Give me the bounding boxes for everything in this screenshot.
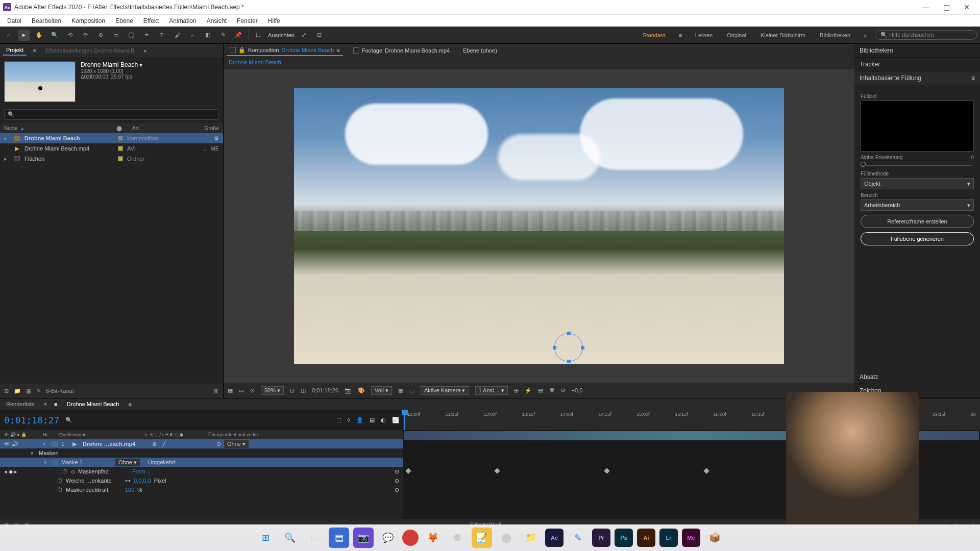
taskbar-app[interactable]: ✎ [568,528,588,548]
stopwatch-icon[interactable]: ⏱ [57,487,63,493]
tab-effekteinstellungen[interactable]: Effekteinstellungen Drohne Miami B [42,46,138,55]
comp-settings-icon[interactable]: ⚙ [214,135,219,142]
mask-vertex[interactable] [553,346,556,349]
generate-fill-button[interactable]: Füllebene generieren [861,232,974,245]
col-name[interactable]: Name [4,126,18,131]
keyframe[interactable] [604,468,609,473]
draft3d-icon[interactable]: ◊ [348,417,350,423]
taskbar-app[interactable]: ⚉ [447,528,468,548]
project-item-folder[interactable]: ▸ Flächen Ordner [0,154,223,164]
opacity-value[interactable]: 100 [125,487,134,493]
current-time[interactable]: 0;01;18;26 [312,387,338,393]
anchor-tool[interactable]: ⊕ [95,30,106,41]
timeline-search[interactable]: 🔍 [65,417,72,423]
project-search[interactable]: 🔍 [4,109,219,120]
obs-icon[interactable]: ⬤ [496,528,517,548]
home-icon[interactable]: ⌂ [3,30,14,41]
stopwatch-icon[interactable]: ⏱ [57,478,63,484]
timeline-icon[interactable]: ▤ [538,387,543,394]
fast-preview-icon[interactable]: ⚡ [525,387,532,394]
toggle-mask-icon[interactable]: ⊙ [250,387,255,394]
project-item-footage[interactable]: ▶ Drohne Miami Beach.mp4 AVI … ME [0,143,223,154]
menu-fenster[interactable]: Fenster [232,16,263,26]
tab-projekt[interactable]: Projekt [3,45,27,56]
mask-path-row[interactable]: ◂ ◆ ▸ ⏱ ◇ Maskenpfad Form… ⊙ [0,467,403,476]
brush-tool[interactable]: 🖌 [172,30,183,41]
panel-content-aware-fill[interactable]: Inhaltsbasierte Füllung ≡ [854,71,980,85]
adjust-icon[interactable]: ✎ [36,388,41,394]
frame-blend-icon[interactable]: ▤ [370,417,375,423]
color-mgmt-icon[interactable]: 🎨 [358,387,365,394]
mask-path-value[interactable]: Form… [132,468,151,474]
stopwatch-icon[interactable]: ⏱ [62,468,68,474]
firefox-icon[interactable]: 🦊 [423,528,443,548]
zoom-tool[interactable]: 🔍 [49,30,60,41]
maximize-button[interactable]: ▢ [936,0,957,14]
motion-blur-icon[interactable]: ◐ [381,417,386,423]
expression-pickwhip-icon[interactable]: ⊙ [395,468,399,475]
photoshop-icon[interactable]: Ps [615,529,633,547]
masks-group[interactable]: ▾ Masken [0,448,403,458]
mask-opacity-row[interactable]: ⏱ Maskendeckkraft 100% ⊙ [0,485,403,494]
sort-icon[interactable]: ▲ [20,126,25,131]
trash-icon[interactable]: 🗑 [213,388,219,394]
twirl-icon[interactable]: ▾ [43,441,48,447]
views-dropdown[interactable]: 1 Ansi… ▾ [475,386,508,395]
panel-menu-icon[interactable]: ≡ [971,74,975,82]
mask-vertex[interactable] [567,332,571,335]
menu-hilfe[interactable]: Hilfe [263,16,285,26]
mask-shape[interactable] [554,333,583,362]
project-item-comp[interactable]: ▸ Drohne Miami Beach Komposition ⚙ [0,133,223,143]
search-button[interactable]: 🔍 [280,528,300,548]
resolution-dropdown[interactable]: Voll ▾ [371,386,392,395]
taskbar-app[interactable]: 📦 [704,528,725,548]
twirl-icon[interactable]: ▸ [4,135,9,142]
parent-dropdown[interactable]: Ohne ▾ [224,440,249,448]
close-tab-icon[interactable] [353,47,359,54]
menu-komposition[interactable]: Komposition [66,16,110,26]
bit-depth[interactable]: 8-Bit-Kanal [46,388,74,394]
close-button[interactable]: ✕ [957,0,977,14]
workspace-lernen[interactable]: Lernen [690,31,718,40]
tab-layer[interactable]: Ebene (ohne) [460,46,500,55]
toggle-channel-icon[interactable]: ▭ [239,387,244,394]
menu-ansicht[interactable]: Ansicht [202,16,232,26]
toggle-alpha-icon[interactable]: ▦ [228,387,233,394]
keyframe-nav-icon[interactable]: ◇ [71,468,75,475]
invert-label[interactable]: Umgekehrt [148,459,176,465]
media-encoder-icon[interactable]: Me [682,529,700,547]
menu-datei[interactable]: Datei [2,16,27,26]
interpret-icon[interactable]: ⊞ [4,388,9,394]
mask-feather-row[interactable]: ⏱ Weiche …enkante ⊶ 0,0,0,0 Pixel ⊙ [0,476,403,485]
twirl-icon[interactable]: ▾ [31,450,36,457]
panel-absatz[interactable]: Absatz [854,370,980,384]
snap2-icon[interactable]: ⊡ [314,30,325,41]
puppet-tool[interactable]: 📌 [233,30,244,41]
premiere-icon[interactable]: Pr [592,529,610,547]
layer-row[interactable]: 👁 🔊 ▾ 1 ▶ Drohne …each.mp4 ⊕ ╱ ⊙ Ohne ▾ [0,439,403,448]
minimize-button[interactable]: — [916,0,936,14]
tab-footage[interactable]: Footage Drohne Miami Beach.mp4 [350,46,453,55]
expression-pickwhip-icon[interactable]: ⊙ [395,478,399,484]
expression-pickwhip-icon[interactable]: ⊙ [395,487,399,493]
lock-icon[interactable]: 🔒 [238,47,246,54]
workspace-menu-icon[interactable]: ≡ [675,30,686,41]
pickwhip-icon[interactable]: ⊙ [216,441,221,447]
transparency-icon[interactable]: ▦ [398,387,403,394]
col-tag-icon[interactable]: ⬤ [116,126,122,131]
whatsapp-icon[interactable]: 💬 [378,528,398,548]
mask-mode-dropdown[interactable]: Ohne ▾ [115,459,140,466]
comp-thumbnail[interactable] [4,61,76,102]
camera-dropdown[interactable]: Aktive Kamera ▾ [421,386,469,395]
tab-renderlist[interactable]: Renderliste [4,400,37,408]
taskbar-app[interactable]: ▤ [329,528,349,548]
orbit-tool[interactable]: ⟲ [64,30,76,41]
mask-row[interactable]: ▾ Maske 1 Ohne ▾ Umgekehrt [0,458,403,467]
tab-overflow-icon[interactable]: » [143,47,146,54]
create-ref-frame-button[interactable]: Referenzframe erstellen [861,215,974,228]
mask-vertex[interactable] [567,360,571,363]
graph-editor-icon[interactable]: 📈 [392,417,399,423]
tab-menu-icon[interactable]: ≡ [128,401,131,407]
workspace-overflow-icon[interactable]: » [860,30,871,41]
3d-icon[interactable]: ⬚ [409,387,414,394]
